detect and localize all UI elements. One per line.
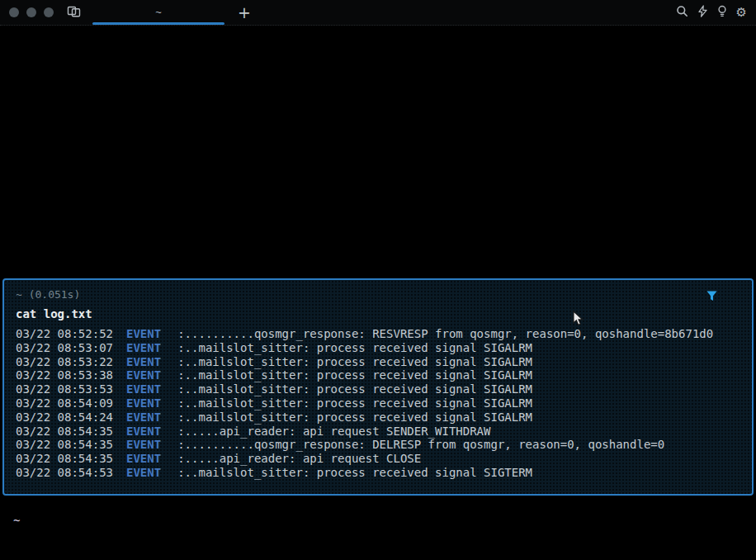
new-tab-button[interactable]: + bbox=[231, 0, 258, 25]
bookmarks-icon bbox=[67, 5, 81, 21]
log-timestamp: 03/22 08:54:35 bbox=[16, 438, 113, 451]
window-controls bbox=[0, 7, 62, 17]
log-row: 03/22 08:54:35EVENT:.....api_reader: api… bbox=[16, 452, 740, 466]
log-message: :..mailslot_sitter: process received sig… bbox=[177, 355, 532, 368]
log-message: :..........qosmgr_response: DELRESP from… bbox=[177, 438, 664, 451]
terminal-scrollback bbox=[0, 26, 756, 278]
bulb-icon bbox=[717, 5, 727, 20]
log-row: 03/22 08:53:22EVENT:..mailslot_sitter: p… bbox=[16, 355, 740, 369]
terminal-tab[interactable]: ~ bbox=[86, 0, 231, 25]
log-row: 03/22 08:52:52EVENT:..........qosmgr_res… bbox=[16, 327, 740, 341]
filter-output-button[interactable] bbox=[705, 289, 719, 306]
log-message: :..........qosmgr_response: RESVRESP fro… bbox=[177, 327, 713, 340]
titlebar-icons: ⚙ bbox=[674, 3, 756, 21]
log-timestamp: 03/22 08:54:09 bbox=[16, 396, 113, 410]
log-level: EVENT bbox=[126, 425, 161, 438]
log-level: EVENT bbox=[126, 411, 161, 424]
window-zoom-button[interactable] bbox=[44, 7, 54, 17]
tips-button[interactable] bbox=[716, 3, 729, 21]
log-message: :.....api_reader: api request CLOSE bbox=[177, 452, 421, 465]
log-row: 03/22 08:54:09EVENT:..mailslot_sitter: p… bbox=[16, 396, 740, 411]
log-row: 03/22 08:53:38EVENT:..mailslot_sitter: p… bbox=[16, 368, 740, 382]
log-level: EVENT bbox=[126, 382, 161, 396]
log-timestamp: 03/22 08:53:07 bbox=[16, 341, 113, 354]
log-level: EVENT bbox=[126, 355, 161, 368]
bookmarks-button[interactable] bbox=[62, 5, 86, 21]
funnel-icon bbox=[706, 292, 717, 304]
log-timestamp: 03/22 08:54:24 bbox=[16, 411, 113, 424]
log-message: :..mailslot_sitter: process received sig… bbox=[177, 466, 532, 479]
log-timestamp: 03/22 08:54:53 bbox=[16, 466, 113, 479]
lightning-icon bbox=[697, 5, 708, 20]
log-output: 03/22 08:52:52EVENT:..........qosmgr_res… bbox=[16, 327, 740, 480]
log-level: EVENT bbox=[126, 396, 161, 410]
log-row: 03/22 08:54:35EVENT:.....api_reader: api… bbox=[16, 425, 740, 439]
log-level: EVENT bbox=[126, 466, 161, 479]
log-level: EVENT bbox=[126, 438, 161, 451]
log-row: 03/22 08:54:24EVENT:..mailslot_sitter: p… bbox=[16, 411, 740, 425]
active-tab-indicator bbox=[92, 22, 224, 25]
ai-command-button[interactable] bbox=[696, 3, 710, 21]
log-row: 03/22 08:53:53EVENT:..mailslot_sitter: p… bbox=[16, 382, 740, 396]
tab-title: ~ bbox=[155, 0, 162, 25]
log-message: :..mailslot_sitter: process received sig… bbox=[177, 382, 532, 396]
log-timestamp: 03/22 08:53:22 bbox=[16, 355, 113, 368]
log-level: EVENT bbox=[126, 452, 161, 465]
log-level: EVENT bbox=[126, 341, 161, 354]
log-timestamp: 03/22 08:54:35 bbox=[16, 452, 113, 465]
prompt-directory: ~ bbox=[13, 514, 20, 527]
window-minimize-button[interactable] bbox=[26, 7, 36, 17]
search-icon bbox=[676, 5, 688, 20]
log-message: :..mailslot_sitter: process received sig… bbox=[177, 341, 532, 354]
log-row: 03/22 08:54:53EVENT:..mailslot_sitter: p… bbox=[16, 466, 740, 480]
window-close-button[interactable] bbox=[9, 7, 19, 17]
block-context: ~ (0.051s) bbox=[16, 287, 740, 301]
log-timestamp: 03/22 08:53:38 bbox=[16, 368, 113, 382]
gear-icon: ⚙ bbox=[736, 6, 747, 19]
log-timestamp: 03/22 08:54:35 bbox=[16, 425, 113, 438]
titlebar: ~ + bbox=[0, 0, 756, 26]
log-level: EVENT bbox=[126, 368, 161, 382]
search-button[interactable] bbox=[674, 3, 690, 21]
log-message: :.....api_reader: api request SENDER_WIT… bbox=[177, 425, 490, 438]
log-timestamp: 03/22 08:53:53 bbox=[16, 382, 113, 396]
log-message: :..mailslot_sitter: process received sig… bbox=[177, 411, 532, 424]
prompt-input-area[interactable]: ~ bbox=[0, 496, 756, 560]
settings-button[interactable]: ⚙ bbox=[735, 4, 749, 21]
log-timestamp: 03/22 08:52:52 bbox=[16, 327, 113, 340]
log-message: :..mailslot_sitter: process received sig… bbox=[177, 396, 532, 410]
log-row: 03/22 08:54:35EVENT:..........qosmgr_res… bbox=[16, 438, 740, 452]
command-block: ~ (0.051s) cat log.txt 03/22 08:52:52EVE… bbox=[2, 278, 754, 496]
log-row: 03/22 08:53:07EVENT:..mailslot_sitter: p… bbox=[16, 341, 740, 355]
block-command: cat log.txt bbox=[16, 306, 740, 322]
log-message: :..mailslot_sitter: process received sig… bbox=[177, 368, 532, 382]
log-level: EVENT bbox=[126, 327, 161, 340]
